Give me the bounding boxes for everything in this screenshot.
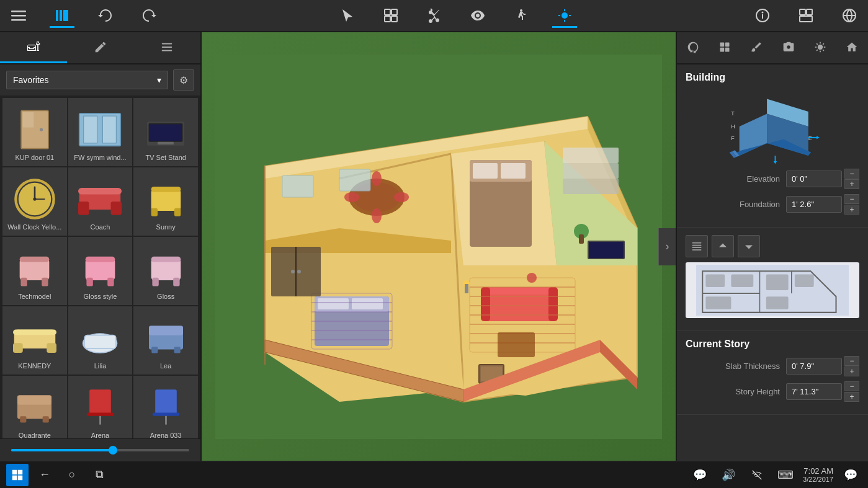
item-label: Techmodel xyxy=(18,293,51,301)
tab-paint[interactable] xyxy=(741,32,772,63)
story-up-button[interactable] xyxy=(712,235,734,257)
svg-point-144 xyxy=(527,273,537,283)
chat-tray-icon[interactable]: 💬 xyxy=(689,464,711,486)
keyboard-tray-icon[interactable]: ⌨ xyxy=(774,464,797,486)
globe-button[interactable] xyxy=(837,6,862,25)
library-button[interactable] xyxy=(50,6,74,25)
story-height-plus[interactable]: + xyxy=(844,392,859,402)
elevation-minus[interactable]: − xyxy=(844,169,859,179)
right-tabs xyxy=(677,32,868,64)
foundation-input[interactable] xyxy=(786,196,842,213)
undo-button[interactable] xyxy=(93,6,118,25)
sun-button[interactable] xyxy=(552,6,577,25)
tab-build[interactable] xyxy=(677,32,709,63)
list-item[interactable]: Sunny xyxy=(133,167,198,236)
item-label: Quadrante xyxy=(19,432,51,438)
story-add-button[interactable] xyxy=(686,235,708,257)
settings-button[interactable]: ⚙ xyxy=(173,69,194,91)
notification-button[interactable]: 💬 xyxy=(839,464,862,486)
back-button[interactable]: ← xyxy=(34,464,56,486)
redo-button[interactable] xyxy=(136,6,161,25)
list-item[interactable]: Techmodel xyxy=(2,237,67,305)
taskview-button[interactable]: ⧉ xyxy=(88,464,110,486)
item-label: Arena xyxy=(91,432,109,438)
elevation-plus[interactable]: + xyxy=(844,179,859,189)
category-dropdown[interactable]: Favorites ▾ xyxy=(6,71,168,89)
svg-rect-59 xyxy=(152,278,158,286)
svg-rect-192 xyxy=(766,296,789,309)
left-tabs: 🛋 xyxy=(0,32,200,64)
svg-rect-47 xyxy=(151,208,157,216)
svg-rect-69 xyxy=(151,347,158,353)
tab-camera[interactable] xyxy=(772,32,804,63)
svg-line-165 xyxy=(823,43,824,45)
svg-rect-7 xyxy=(391,9,397,15)
list-item[interactable]: Coach xyxy=(68,167,133,236)
svg-rect-105 xyxy=(482,287,557,295)
scissors-button[interactable] xyxy=(422,6,447,25)
tab-design[interactable] xyxy=(67,32,134,63)
tab-home[interactable] xyxy=(836,32,868,63)
svg-rect-134 xyxy=(563,179,619,194)
story-height-input[interactable] xyxy=(786,383,842,400)
menu-button[interactable] xyxy=(6,6,31,25)
size-slider[interactable] xyxy=(11,449,189,451)
view-button[interactable] xyxy=(794,6,818,25)
list-item[interactable]: Arena xyxy=(68,376,133,438)
dropdown-row: Favorites ▾ ⚙ xyxy=(0,64,200,95)
svg-rect-19 xyxy=(800,9,805,15)
start-button[interactable] xyxy=(6,464,29,486)
foundation-minus[interactable]: − xyxy=(844,194,859,204)
item-image xyxy=(10,177,60,221)
svg-rect-74 xyxy=(43,417,49,423)
group-button[interactable] xyxy=(378,6,403,25)
tab-floor[interactable] xyxy=(709,32,740,63)
svg-rect-78 xyxy=(155,390,177,414)
item-image xyxy=(141,386,190,429)
network-tray-icon[interactable] xyxy=(746,464,768,486)
search-button[interactable]: ○ xyxy=(61,464,83,486)
list-item[interactable]: Lilia xyxy=(68,306,133,375)
tab-furniture[interactable]: 🛋 xyxy=(0,32,67,63)
walk-button[interactable] xyxy=(509,6,534,25)
list-item[interactable]: Wall Clock Yello... xyxy=(2,167,67,236)
tab-light[interactable] xyxy=(804,32,836,63)
svg-rect-45 xyxy=(151,190,181,211)
foundation-plus[interactable]: + xyxy=(844,205,859,215)
canvas-area[interactable]: › xyxy=(202,32,676,461)
story-tools-section xyxy=(677,228,868,331)
list-item[interactable]: KENNEDY xyxy=(2,306,67,375)
info-button[interactable] xyxy=(750,6,775,25)
story-down-button[interactable] xyxy=(738,235,760,257)
svg-rect-50 xyxy=(20,257,50,262)
svg-rect-51 xyxy=(21,278,27,286)
slab-plus[interactable]: + xyxy=(844,366,859,376)
slider-thumb[interactable] xyxy=(109,446,117,455)
slab-thickness-input[interactable] xyxy=(786,358,842,375)
svg-rect-0 xyxy=(11,11,26,12)
svg-point-140 xyxy=(297,270,301,273)
story-height-minus[interactable]: − xyxy=(844,381,859,391)
slab-minus[interactable]: − xyxy=(844,356,859,366)
list-item[interactable]: KUP door 01 xyxy=(2,98,67,166)
svg-rect-182 xyxy=(692,245,702,246)
list-item[interactable]: Arena 033 xyxy=(133,376,198,438)
volume-tray-icon[interactable]: 🔊 xyxy=(717,464,740,486)
list-item[interactable]: FW symm wind... xyxy=(68,98,133,166)
select-button[interactable] xyxy=(335,6,360,25)
list-item[interactable]: TV Set Stand xyxy=(133,98,198,166)
item-image xyxy=(75,386,125,429)
svg-point-27 xyxy=(40,128,43,131)
list-item[interactable]: Lea xyxy=(133,306,198,375)
svg-text:E: E xyxy=(808,135,812,141)
item-image xyxy=(75,177,125,221)
tab-list[interactable] xyxy=(133,32,200,63)
list-item[interactable]: Gloss xyxy=(133,237,198,305)
elevation-input[interactable] xyxy=(786,171,842,187)
panel-toggle[interactable]: › xyxy=(658,228,676,265)
list-item[interactable]: Quadrante xyxy=(2,376,67,438)
list-item[interactable]: Gloss style xyxy=(68,237,133,305)
svg-rect-21 xyxy=(800,16,812,22)
svg-rect-57 xyxy=(151,259,181,281)
eye-button[interactable] xyxy=(465,6,490,25)
